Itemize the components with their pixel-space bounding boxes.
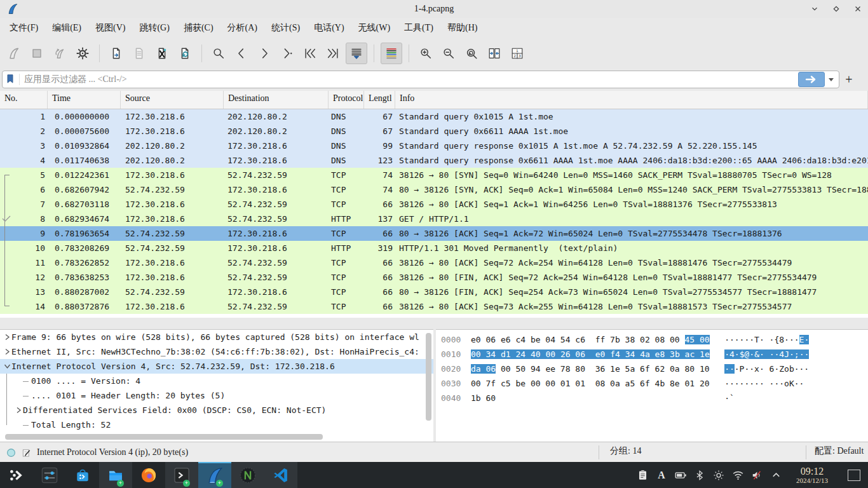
tray-wifi-icon[interactable] <box>728 462 747 488</box>
add-filter-button[interactable]: + <box>839 71 858 88</box>
next-packet-button[interactable] <box>254 43 275 64</box>
tray-battery-icon[interactable] <box>671 462 690 488</box>
column-header-source[interactable]: Source <box>121 91 224 109</box>
packet-row-14[interactable]: 140.880372876172.30.218.652.74.232.59TCP… <box>0 299 868 314</box>
menu-capture[interactable]: 捕获(C) <box>177 18 220 38</box>
filter-dropdown-caret-icon[interactable] <box>829 78 834 81</box>
start-capture-button[interactable] <box>4 43 24 64</box>
apply-filter-button[interactable] <box>798 72 825 87</box>
menu-analyze[interactable]: 分析(A) <box>220 18 264 38</box>
packet-row-13[interactable]: 130.88028700252.74.232.59172.30.218.6TCP… <box>0 285 868 299</box>
restart-capture-button[interactable] <box>50 43 70 64</box>
hex-row-0040[interactable]: 0040 1b 60 ·` <box>436 391 868 405</box>
save-file-button[interactable] <box>129 43 149 64</box>
packet-row-7[interactable]: 70.682703118172.30.218.652.74.232.59TCP6… <box>0 197 868 212</box>
menu-edit[interactable]: 编辑(E) <box>45 18 88 38</box>
status-profile[interactable]: 配置: Default <box>815 445 864 457</box>
menu-wireless[interactable]: 无线(W) <box>351 18 398 38</box>
packet-row-1[interactable]: 10.000000000172.30.218.6202.120.80.2DNS6… <box>0 109 868 124</box>
hex-row-0010[interactable]: 0010 00 34 d1 24 40 00 26 06 e0 f4 34 4a… <box>436 347 868 362</box>
taskbar-terminal[interactable]: + <box>165 462 198 488</box>
menu-view[interactable]: 视图(V) <box>88 18 132 38</box>
first-packet-button[interactable] <box>300 43 320 64</box>
column-header-destination[interactable]: Destination <box>224 91 329 109</box>
taskbar-system-settings[interactable] <box>33 462 66 488</box>
close-file-button[interactable] <box>152 43 172 64</box>
maximize-button[interactable] <box>831 4 841 14</box>
previous-packet-button[interactable] <box>231 43 252 64</box>
packet-row-10[interactable]: 100.78320826952.74.232.59172.30.218.6HTT… <box>0 241 868 255</box>
minimize-button[interactable] <box>810 4 820 14</box>
detail-line-6[interactable]: Differentiated Services Field: 0x00 (DSC… <box>0 403 433 417</box>
go-to-packet-button[interactable] <box>277 43 297 64</box>
column-header-no[interactable]: No. <box>0 91 48 109</box>
show-desktop-button[interactable] <box>848 470 860 481</box>
detail-line-5[interactable]: .... 0101 = Header Length: 20 bytes (5) <box>0 388 433 403</box>
tray-bluetooth-icon[interactable] <box>690 462 709 488</box>
packet-row-3[interactable]: 30.010932864202.120.80.2172.30.218.6DNS9… <box>0 139 868 153</box>
menu-tools[interactable]: 工具(T) <box>397 18 440 38</box>
detail-line-1[interactable]: Frame 9: 66 bytes on wire (528 bits), 66… <box>0 330 433 344</box>
column-header-time[interactable]: Time <box>48 91 121 109</box>
zoom-in-button[interactable] <box>416 43 436 64</box>
taskbar-app-launcher[interactable] <box>0 462 33 488</box>
close-button[interactable] <box>853 4 863 14</box>
taskbar-firefox[interactable] <box>132 462 165 488</box>
last-packet-button[interactable] <box>323 43 343 64</box>
stop-capture-button[interactable] <box>27 43 47 64</box>
expert-info-button[interactable] <box>6 448 16 458</box>
taskbar-neovim[interactable] <box>231 462 264 488</box>
expander-closed-icon[interactable] <box>3 334 11 341</box>
packet-row-9[interactable]: 90.78196365452.74.232.59172.30.218.6TCP6… <box>0 226 868 241</box>
resize-columns-button[interactable] <box>484 43 505 64</box>
tray-clipboard-icon[interactable] <box>633 462 652 488</box>
bookmark-icon[interactable] <box>5 74 20 85</box>
packet-bytes-pane[interactable]: 0000 e0 06 e6 c4 be 04 54 c6 ff 7b 38 02… <box>436 329 868 445</box>
packet-row-11[interactable]: 110.783262852172.30.218.652.74.232.59TCP… <box>0 255 868 270</box>
reload-file-button[interactable] <box>175 43 195 64</box>
taskbar-wireshark[interactable]: + <box>198 462 231 488</box>
packet-row-5[interactable]: 50.012242361172.30.218.652.74.232.59TCP7… <box>0 168 868 182</box>
tray-keyboard-layout-icon[interactable]: A <box>652 462 671 488</box>
menu-file[interactable]: 文件(F) <box>3 18 45 38</box>
detail-horizontal-scrollbar[interactable] <box>5 434 323 440</box>
taskbar-vscode[interactable] <box>264 462 297 488</box>
column-header-protocol[interactable]: Protocol <box>329 91 364 109</box>
column-header-lengtl[interactable]: Lengtl <box>364 91 395 109</box>
tray-brightness-icon[interactable] <box>709 462 728 488</box>
packet-row-8[interactable]: 80.682934674172.30.218.652.74.232.59HTTP… <box>0 212 868 226</box>
display-filter-input[interactable] <box>23 74 798 85</box>
packet-row-2[interactable]: 20.000075600172.30.218.6202.120.80.2DNS6… <box>0 124 868 139</box>
capture-options-button[interactable] <box>72 43 93 64</box>
tray-volume-muted-icon[interactable] <box>747 462 766 488</box>
zoom-reset-button[interactable] <box>461 43 482 64</box>
hex-row-0030[interactable]: 0030 00 7f c5 be 00 00 01 01 08 0a a5 6f… <box>436 376 868 391</box>
expander-closed-icon[interactable] <box>3 348 11 355</box>
taskbar-file-manager[interactable]: + <box>99 462 132 488</box>
hex-row-0000[interactable]: 0000 e0 06 e6 c4 be 04 54 c6 ff 7b 38 02… <box>436 332 868 347</box>
menu-help[interactable]: 帮助(H) <box>440 18 484 38</box>
menu-go[interactable]: 跳转(G) <box>132 18 176 38</box>
layout-preferences-button[interactable]: 123 <box>507 43 527 64</box>
pane-splitter[interactable] <box>0 318 868 329</box>
menu-statistics[interactable]: 统计(S) <box>264 18 307 38</box>
packet-row-4[interactable]: 40.011740638202.120.80.2172.30.218.6DNS1… <box>0 153 868 168</box>
taskbar-discover-store[interactable] <box>66 462 99 488</box>
hex-row-0020[interactable]: 0020 da 06 00 50 94 ee 78 80 36 1e 5a 6f… <box>436 362 868 376</box>
zoom-out-button[interactable] <box>438 43 459 64</box>
detail-line-4[interactable]: 0100 .... = Version: 4 <box>0 374 433 388</box>
detail-vertical-scrollbar[interactable] <box>426 333 431 421</box>
colorize-packets-button[interactable] <box>381 43 402 64</box>
detail-line-2[interactable]: Ethernet II, Src: NewH3CTechno_7b:38:02 … <box>0 344 433 359</box>
capture-comment-button[interactable] <box>22 448 31 458</box>
detail-line-7[interactable]: Total Length: 52 <box>0 417 433 432</box>
auto-scroll-button[interactable] <box>346 43 367 64</box>
tray-tray-expander-icon[interactable] <box>766 462 785 488</box>
packet-row-12[interactable]: 120.783638253172.30.218.652.74.232.59TCP… <box>0 270 868 285</box>
packet-row-6[interactable]: 60.68260794252.74.232.59172.30.218.6TCP7… <box>0 182 868 197</box>
column-header-info[interactable]: Info <box>395 91 868 109</box>
expander-closed-icon[interactable] <box>14 407 23 414</box>
display-filter-field[interactable] <box>2 71 839 88</box>
open-file-button[interactable] <box>106 43 126 64</box>
expander-open-icon[interactable] <box>3 363 11 369</box>
